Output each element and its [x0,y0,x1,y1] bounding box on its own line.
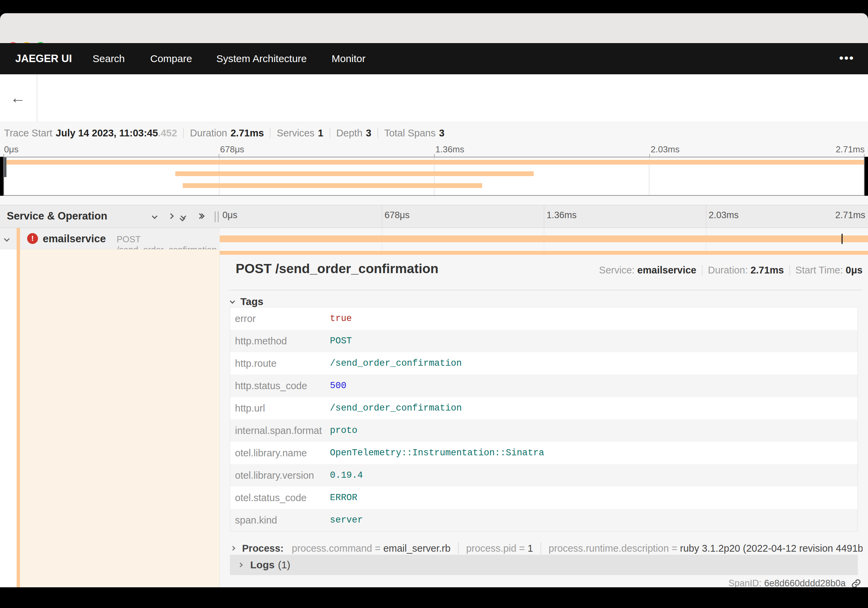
ruler-tick-mark [864,154,865,157]
nav-item-system-architecture[interactable]: System Architecture [216,43,307,74]
window-titlebar [0,13,868,43]
summary-value: 1 [318,128,324,139]
tags-accordion-toggle[interactable]: Tags [231,296,264,307]
tag-key: otel.library.name [235,442,307,464]
summary-value: 3 [439,128,445,139]
tags-label: Tags [240,296,264,307]
tag-row[interactable]: otel.library.nameOpenTelemetry::Instrume… [230,442,857,464]
chevron-right-icon [231,546,235,550]
summary-label: Total Spans [384,128,436,139]
ruler-tick-label: 1.36ms [547,210,577,221]
separator [458,542,459,554]
ruler-tick-mark [649,154,650,157]
collapse-one-icon[interactable] [153,213,157,219]
ruler-tick-mark [434,154,435,157]
tag-key: http.status_code [235,375,307,397]
tag-row[interactable]: http.route/send_order_confirmation [230,352,857,375]
tag-key: http.method [235,330,287,352]
meta-label: Duration: [708,264,748,276]
tag-value: proto [330,419,357,442]
nav-overflow-icon[interactable]: ••• [839,43,854,74]
ruler-tick-label: 0μs [4,144,18,155]
detail-row-bar-strip [220,249,868,255]
tag-value: /send_order_confirmation [330,352,462,375]
nav-item-monitor[interactable]: Monitor [332,43,366,74]
process-items: process.command=email_server.rbprocess.p… [292,542,863,554]
expand-all-icon[interactable] [198,213,206,219]
meta-value: emailservice [637,264,696,276]
process-key: process.command [292,543,372,554]
top-navbar: JAEGER UI Search Compare System Architec… [0,43,868,74]
summary-value: July 14 2023, 11:03:45 [56,128,158,139]
process-key: process.runtime.description [549,543,669,554]
ruler-tick-label: 2.71ms [836,144,865,155]
span-detail-title: POST /send_order_confirmation [236,261,439,276]
span-color-stripe [17,249,20,587]
column-resize-handle[interactable] [215,211,219,222]
tag-value: ERROR [330,487,357,509]
tag-row[interactable]: http.status_code500 [230,375,857,397]
screen-top-letterbox [0,0,868,13]
summary-value: 3 [366,128,371,139]
logs-count: (1) [278,559,291,571]
tag-key: span.kind [235,509,277,531]
timeline-minimap[interactable] [3,157,865,196]
minimap-span-bar [175,171,534,176]
collapse-all-icon[interactable] [181,213,189,219]
selected-span-tint [20,249,219,587]
span-row[interactable]: ! emailservice POST /send_order_confirma… [0,228,868,249]
process-value: 1 [528,543,533,554]
meta-value: 2.71ms [750,264,784,276]
trace-page-header: ← emailservice: POST / send_order_confir… [0,74,868,122]
tag-row[interactable]: internal.span.formatproto [230,419,857,442]
back-arrow-icon[interactable]: ← [10,89,26,107]
tag-row[interactable]: http.url/send_order_confirmation [230,397,857,419]
summary-label: Duration [190,128,227,139]
jaeger-logo[interactable]: JAEGER UI [15,43,72,74]
process-accordion-toggle[interactable]: Process: process.command=email_server.rb… [230,541,863,556]
equals-sign: = [519,543,525,554]
summary-label: Services [277,128,314,139]
tag-row[interactable]: span.kindserver [230,509,857,531]
ruler-tick-label: 1.36ms [436,144,464,155]
tag-row[interactable]: otel.library.version0.19.4 [230,464,857,487]
tag-key: internal.span.format [235,419,322,442]
span-detail-meta: Service:emailserviceDuration:2.71msStart… [599,264,863,276]
tag-value: server [330,509,363,531]
span-duration-bar[interactable] [220,235,868,242]
span-duration-bar-thin [220,251,868,255]
span-log-marker[interactable] [842,234,843,244]
minimap-scrubber-handle[interactable] [4,157,6,177]
summary-label: Trace Start [4,128,52,139]
ruler-tick-mark [219,154,219,157]
timeline-header-ruler: 0μs678μs1.36ms2.03ms2.71ms [220,205,868,228]
equals-sign: = [672,543,677,554]
nav-item-search[interactable]: Search [93,43,125,74]
minimap-ruler: 0μs678μs1.36ms2.03ms2.71ms [3,143,865,157]
span-row-timeline[interactable] [220,228,868,249]
logs-accordion-toggle[interactable]: Logs (1) [230,555,858,575]
tag-row[interactable]: otel.status_codeERROR [230,487,857,509]
tag-key: http.url [235,397,265,419]
process-key: process.pid [466,543,516,554]
tag-key: otel.library.version [235,464,314,487]
process-label: Process: [242,543,284,554]
expand-one-icon[interactable] [169,213,173,219]
span-color-stripe [17,228,20,249]
ruler-tick-label: 0μs [222,210,237,221]
tag-row[interactable]: http.methodPOST [230,330,857,352]
nav-item-compare[interactable]: Compare [150,43,192,74]
meta-value: 0μs [846,264,863,276]
link-icon[interactable] [851,578,861,589]
meta-label: Service: [599,264,635,276]
separator [541,542,541,554]
tag-key: error [235,307,256,330]
tag-value: 0.19.4 [330,464,363,487]
span-row-name-column[interactable]: ! emailservice POST /send_order_confirma… [0,228,220,249]
separator [702,265,702,275]
tag-value: OpenTelemetry::Instrumentation::Sinatra [330,442,544,464]
tag-row[interactable]: errortrue [230,307,857,330]
chevron-down-icon[interactable] [5,236,9,242]
gridline [706,205,706,228]
timeline-section-header: Service & Operation 0μs678μs1.36ms2.03ms… [0,205,868,228]
